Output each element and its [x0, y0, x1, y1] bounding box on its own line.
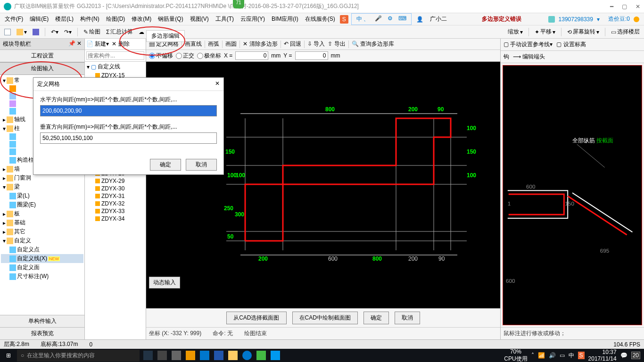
back-button[interactable]: ↶ 回退: [284, 40, 301, 48]
task-view-icon[interactable]: [143, 351, 153, 360]
dialog-close-button[interactable]: ✕: [215, 80, 220, 88]
menu-file[interactable]: 文件(F): [3, 14, 25, 24]
menu-online[interactable]: 在线服务(S): [303, 14, 337, 24]
pan-button[interactable]: ✦ 平移▾: [533, 27, 557, 36]
set-elev-button[interactable]: ▢ 设置标高: [556, 41, 586, 49]
svg-text:100: 100: [467, 172, 476, 179]
draw-arc-button[interactable]: 画弧: [208, 40, 219, 48]
user-id[interactable]: 13907298339: [557, 15, 595, 24]
tab-draw-input[interactable]: 绘图输入: [0, 62, 84, 75]
start-button[interactable]: ⊞: [0, 352, 17, 359]
new-component-button[interactable]: 📄 新建▾: [86, 40, 109, 48]
taskbar-app-icon[interactable]: [172, 351, 181, 360]
maximize-button[interactable]: ▢: [622, 3, 627, 10]
menu-component[interactable]: 构件(N): [78, 14, 101, 24]
edit-end-button[interactable]: ⟶ 编辑端头: [513, 53, 545, 61]
dialog-ok-button[interactable]: 确定: [150, 159, 181, 171]
taskbar-search[interactable]: ○ 在这里输入你要搜索的内容: [17, 350, 140, 362]
store-icon[interactable]: [214, 351, 223, 360]
search-input[interactable]: [86, 51, 144, 60]
taskbar-app-icon[interactable]: [157, 351, 167, 360]
redo-button[interactable]: ↷▾: [63, 28, 73, 36]
action-center-icon[interactable]: 💬: [620, 352, 627, 359]
import-button[interactable]: ⇩ 导入: [307, 40, 325, 48]
menu-cloud[interactable]: 云应用(Y): [239, 14, 267, 24]
menu-rebar[interactable]: 钢筋量(Q): [156, 14, 185, 24]
edge-icon[interactable]: [200, 351, 209, 360]
avatar-icon: 👤: [414, 15, 425, 24]
taskbar-app-icon[interactable]: [186, 351, 195, 360]
draw-toolbar-1: ▦ 定义网格 画直线 画弧 画圆 ✕ 清除多边形 ↶ 回退 ⇩ 导入 ⇧ 导出 …: [146, 39, 500, 50]
ok-button[interactable]: 确定: [363, 312, 389, 324]
explorer-icon[interactable]: [228, 351, 238, 360]
horiz-input[interactable]: [40, 105, 217, 116]
cancel-button[interactable]: 取消: [395, 312, 420, 324]
zoom-button[interactable]: 缩放▾: [506, 27, 524, 36]
menu-floor[interactable]: 楼层(L): [53, 14, 75, 24]
no-offset-radio[interactable]: 不偏移: [149, 52, 173, 60]
right-panel: ▢ 手动设置参考线▾ ▢ 设置标高 钩 ⟶ 编辑端头 全部纵筋 按截面 600 …: [500, 39, 644, 339]
coin-label: 造价豆:0: [606, 14, 632, 24]
undo-button[interactable]: ↶▾: [50, 28, 60, 36]
ime-badge-icon: S: [340, 15, 348, 24]
minimize-button[interactable]: ━: [610, 3, 613, 10]
vert-input[interactable]: [40, 132, 217, 144]
sogou-tray-icon[interactable]: S: [578, 352, 585, 359]
cad-draw-button[interactable]: 在CAD中绘制截面图: [292, 312, 358, 324]
menu-draw[interactable]: 绘图(D): [104, 14, 127, 24]
nav-pin-icon[interactable]: 📌 ✕: [68, 40, 82, 48]
clock-time: 10:37: [588, 349, 617, 355]
new-file-button[interactable]: [3, 28, 12, 36]
select-floor-button[interactable]: ▭ 选择楼层: [610, 27, 641, 36]
hook-button[interactable]: 钩: [504, 53, 509, 61]
taskbar-app-icon[interactable]: [256, 351, 266, 360]
cloud-button[interactable]: ☁: [137, 28, 146, 36]
network-icon[interactable]: 📶: [538, 352, 545, 359]
svg-line-31: [577, 144, 605, 167]
tab-report[interactable]: 报表预览: [0, 327, 84, 339]
export-button[interactable]: ⇧ 导出: [328, 40, 345, 48]
taskbar-app-icon[interactable]: [271, 351, 280, 360]
polar-radio[interactable]: 极坐标: [197, 52, 221, 60]
svg-text:695: 695: [600, 247, 610, 254]
ime-zh-icon[interactable]: 中: [569, 352, 574, 360]
manual-ref-button[interactable]: ▢ 手动设置参考线▾: [504, 41, 553, 49]
draw-line-button[interactable]: 画直线: [185, 40, 202, 48]
menu-tools[interactable]: 工具(T): [214, 14, 236, 24]
tray-chevron-icon[interactable]: ˄: [531, 352, 534, 359]
dialog-cancel-button[interactable]: 取消: [186, 159, 217, 171]
list-item: ZDYX-31: [85, 192, 146, 200]
cad-select-button[interactable]: 从CAD选择截面图: [226, 312, 286, 324]
save-button[interactable]: [31, 28, 41, 36]
query-button[interactable]: 🔍 查询多边形库: [352, 40, 394, 48]
menu-bim[interactable]: BIM应用(I): [270, 14, 300, 24]
tab-project-settings[interactable]: 工程设置: [0, 50, 84, 62]
ime-bar[interactable]: 中 、🎤⚙⌨: [351, 13, 412, 25]
x-input[interactable]: [235, 51, 268, 60]
open-file-button[interactable]: ▾: [15, 28, 28, 36]
tree-custom-line[interactable]: 自定义线(X)NEW: [1, 254, 83, 263]
sum-calc-button[interactable]: Σ 汇总计算: [105, 27, 134, 36]
svg-text:90: 90: [438, 255, 445, 262]
tab-single-input[interactable]: 单构件输入: [0, 315, 84, 327]
draw-circle-button[interactable]: 画圆: [225, 40, 237, 48]
rotate-button[interactable]: ⟲ 屏幕旋转▾: [566, 27, 601, 36]
ortho-radio[interactable]: 正交: [176, 52, 194, 60]
tray-icon[interactable]: ▭: [560, 352, 565, 359]
section-canvas[interactable]: 全部纵筋 按截面 600 150 695 1 600: [503, 65, 642, 325]
menu-view[interactable]: 视图(V): [188, 14, 211, 24]
clear-polygon-button[interactable]: ✕ 清除多边形: [243, 40, 277, 48]
menu-edit[interactable]: 编辑(E): [28, 14, 50, 24]
polygon-editor-title: 多边形编辑: [146, 30, 185, 42]
menu-modify[interactable]: 修改(M): [130, 14, 153, 24]
ie-icon[interactable]: [242, 351, 252, 360]
horiz-label: 水平方向间距(mm)=>间距*个数,间距,间距*个数,间距,...: [40, 96, 217, 104]
draw-button[interactable]: ✎ 绘图: [82, 27, 102, 36]
taskbar: ⊞ ○ 在这里输入你要搜索的内容 70% CPU使用 ˄ 📶 🔊 ▭ 中 S 1…: [0, 349, 644, 362]
system-tray[interactable]: 70% CPU使用 ˄ 📶 🔊 ▭ 中 S 10:37 2017/11/14 💬…: [500, 348, 644, 362]
dynamic-input-button[interactable]: 动态输入: [149, 277, 180, 288]
close-button[interactable]: ✕: [636, 3, 640, 10]
volume-icon[interactable]: 🔊: [549, 352, 556, 359]
y-input[interactable]: [295, 51, 328, 60]
delete-component-button[interactable]: ✕ 删除: [112, 40, 129, 48]
